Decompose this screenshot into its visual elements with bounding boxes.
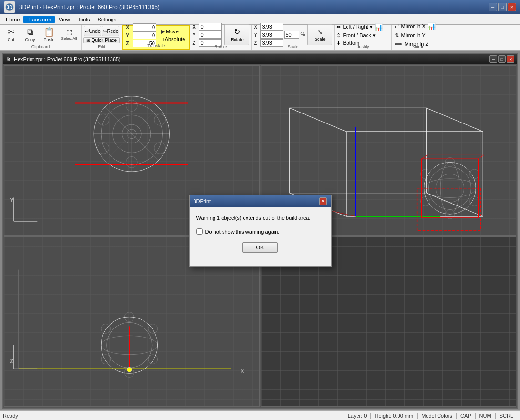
paste-icon: 📋 [44,28,54,36]
rotate-x-label: X [192,24,198,30]
scale-percent-input[interactable] [284,31,299,39]
dialog-close-button[interactable]: ✕ [319,197,327,205]
copy-icon: ⧉ [27,28,33,36]
toolbar: ✂ Cut ⧉ Copy 📋 Paste ⬚ Select All Clipbo… [0,25,520,51]
dialog-checkbox[interactable] [196,228,203,235]
menu-transform[interactable]: Transform [23,16,55,23]
translate-y-label: Y [126,32,132,38]
quick-place-icon: ⊞ [86,38,90,43]
scale-x-input[interactable] [260,23,283,31]
clipboard-group: ✂ Cut ⧉ Copy 📋 Paste ⬚ Select All Clipbo… [0,25,82,50]
front-back-icon: ⇕ [336,32,341,39]
dialog-checkbox-label: Do not show this warning again. [205,229,280,235]
copy-button[interactable]: ⧉ Copy [21,24,39,45]
rotate-label: Rotate [190,44,251,49]
status-bar: Ready Layer: 0 Height: 0.00 mm Model Col… [0,410,520,420]
absolute-checkbox-icon: □ [161,36,164,42]
status-height: Height: 0.00 mm [370,413,417,419]
svg-text:3D: 3D [7,5,13,10]
scale-label: Scale [252,44,334,49]
cut-icon: ✂ [8,28,15,36]
window-controls: ─ □ ✕ [489,3,516,11]
scale-fields: X Y % Z [254,23,305,47]
scale-icon: ⤡ [317,28,323,36]
dialog-title-bar: 3DPrint ✕ [190,195,331,207]
rotate-y-label: Y [192,32,198,38]
dialog-footer: OK [196,242,324,258]
scale-button[interactable]: ⤡ Scale [307,24,332,45]
rotate-x-input[interactable] [199,23,222,31]
translate-y-input[interactable] [133,31,156,39]
scale-group: X Y % Z ⤡ Scale Scale [252,25,335,50]
undo-button[interactable]: ↩ Undo [84,26,101,36]
rotate-y-input[interactable] [199,31,222,39]
menu-tools[interactable]: Tools [74,16,94,23]
dialog-body: Warning 1 object(s) extends out of the b… [190,207,331,266]
minimize-button[interactable]: ─ [489,3,497,11]
menu-home[interactable]: Home [2,16,23,23]
cut-button[interactable]: ✂ Cut [2,24,20,45]
select-all-button[interactable]: ⬚ Select All [59,24,79,45]
front-back-button[interactable]: ⇕ Front / Back ▾ [336,32,375,39]
status-cap: CAP [456,413,475,419]
status-scrl: SCRL [495,413,517,419]
scale-y-label: Y [254,32,259,38]
mirror-y-button[interactable]: ⇅ Mirror In Y [394,32,426,39]
app-title: 3DPrint - HexPrint.zpr : ProJet 660 Pro … [19,4,160,10]
menu-view[interactable]: View [55,16,74,23]
status-layer: Layer: 0 [344,413,371,419]
scale-x-label: X [254,24,259,30]
dialog-checkbox-row: Do not show this warning again. [196,228,324,235]
warning-dialog: 3DPrint ✕ Warning 1 object(s) extends ou… [189,195,332,267]
lr-chart-icon: 📊 [375,23,383,31]
rotate-icon: ↻ [234,27,240,36]
quick-place-button[interactable]: ⊞ Quick Place [83,37,120,43]
status-ready: Ready [3,413,344,419]
absolute-button[interactable]: □ Absolute [159,36,186,42]
left-right-icon: ⇔ [336,24,341,30]
dialog-title-text: 3DPrint [194,198,211,204]
translate-x-label: X [126,24,132,30]
rotate-button[interactable]: ↻ Rotate [224,24,249,45]
rotate-group: X Y Z ↻ Rotate Rotate [190,25,252,50]
dialog-ok-button[interactable]: OK [242,242,278,253]
mirror-x-chart-icon: 📊 [428,22,436,30]
scale-y-input[interactable] [260,31,283,39]
status-num: NUM [475,413,495,419]
close-button[interactable]: ✕ [508,3,516,11]
maximize-button[interactable]: □ [498,3,507,11]
viewport-window: 🗎 HexPrint.zpr : ProJet 660 Pro (3DP6511… [2,53,518,409]
status-model-colors: Model Colors [417,413,456,419]
left-right-button[interactable]: ⇔ Left / Right ▾ 📊 [336,23,382,31]
status-right: Layer: 0 Height: 0.00 mm Model Colors CA… [344,413,517,419]
translate-x-input[interactable] [133,23,156,31]
dialog-overlay: 3DPrint ✕ Warning 1 object(s) extends ou… [3,54,517,408]
paste-button[interactable]: 📋 Paste [40,24,58,45]
move-button[interactable]: ▶ Move [159,28,186,35]
app-logo: 3D [4,1,15,13]
select-all-icon: ⬚ [66,29,72,35]
clipboard-label: Clipboard [0,44,81,49]
justify-label: Justify [335,44,391,49]
scale-unit: % [300,32,305,37]
move-icon: ▶ [161,28,165,35]
move-options: ▶ Move □ Absolute [159,28,186,42]
justify-group: ⇔ Left / Right ▾ 📊 ⇕ Front / Back ▾ ⬇ Bo… [335,25,392,50]
redo-icon: ↪ [103,29,107,34]
title-bar: 3D 3DPrint - HexPrint.zpr : ProJet 660 P… [0,0,520,14]
translate-group: X Y Z ▶ Move □ Absolute Translate [122,25,190,50]
main-area: 🗎 HexPrint.zpr : ProJet 660 Pro (3DP6511… [0,51,520,410]
rotate-fields: X Y Z [192,23,222,47]
dialog-message: Warning 1 object(s) extends out of the b… [196,215,324,222]
redo-button[interactable]: ↪ Redo [102,26,119,36]
edit-label: Edit [82,44,122,49]
mirror-y-icon: ⇅ [395,32,399,39]
mirror-x-icon: ⇄ [395,23,399,29]
mirror-label: Mirror [392,44,444,49]
edit-group: ↩ Undo ↪ Redo ⊞ Quick Place Edit [82,25,122,50]
menu-settings[interactable]: Settings [93,16,120,23]
undo-icon: ↩ [85,29,89,34]
mirror-group: ⇄ Mirror In X 📊 ⇅ Mirror In Y ⟺ Mirror I… [392,25,444,50]
translate-label: Translate [123,43,189,48]
mirror-x-button[interactable]: ⇄ Mirror In X 📊 [394,22,436,31]
